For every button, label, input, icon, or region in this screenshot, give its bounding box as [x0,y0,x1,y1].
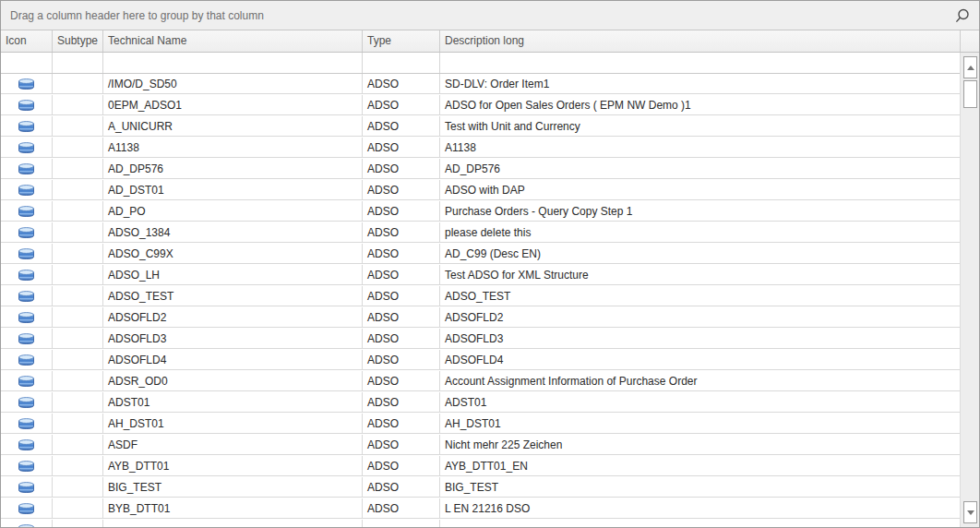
icon-cell [1,520,53,527]
type-cell: ADSO [363,74,440,94]
database-icon [18,121,34,132]
data-grid: Drag a column header here to group by th… [0,0,980,528]
subtype-cell [53,201,103,222]
subtype-cell [53,477,103,498]
database-icon [18,397,34,408]
technical-name-cell: AD_DP576 [103,159,363,179]
column-header-type[interactable]: Type [363,30,440,52]
description-cell: Test with Unit and Currency [440,116,961,137]
subtype-cell [53,180,103,200]
table-row[interactable]: ADSR_OD0 ADSO Account Assignment Informa… [1,371,961,392]
table-row[interactable]: ADSOFLD3 ADSO ADSOFLD3 [1,329,961,350]
technical-name-cell: ADSO_C99X [103,244,363,264]
type-cell: ADSO [363,477,440,498]
table-row[interactable]: ASDF ADSO Nicht mehr 225 Zeichen [1,435,961,456]
table-row[interactable]: A1138 ADSO A1138 [1,138,961,159]
technical-name-cell: AYB_DTT01 [103,456,363,476]
column-header-subtype[interactable]: Subtype [53,30,103,52]
column-header-icon[interactable]: Icon [1,30,53,52]
type-cell: ADSO [363,350,440,370]
subtype-cell [53,138,103,158]
technical-name-cell: A1138 [103,138,363,158]
type-cell: ADSO [363,435,440,455]
table-row[interactable]: AD_PO ADSO Purchase Orders - Query Copy … [1,201,961,222]
technical-name-cell: AD_DST01 [103,180,363,200]
column-header-description-long[interactable]: Description long [440,30,961,52]
technical-name-cell: ADSOFLD3 [103,329,363,349]
table-row[interactable]: /IMO/D_SD50 ADSO SD-DLV: Order Item1 [1,74,961,95]
description-cell: ADSOFLD4 [440,350,961,370]
table-row[interactable]: BYB_DTT01 ADSO L EN 21216 DSO [1,498,961,520]
subtype-cell [53,307,103,328]
technical-name-cell: BIG_TEST [103,477,363,498]
table-row[interactable]: BIG_TEST ADSO BIG_TEST [1,477,961,498]
icon-cell [1,329,53,349]
database-icon [18,354,34,366]
technical-name-cell: ADST01 [103,392,363,413]
scroll-down-button[interactable] [963,501,977,523]
technical-name-cell: ADSR_OD0 [103,371,363,391]
scrollbar-thumb[interactable] [963,80,977,108]
type-cell: ADSO [363,222,440,243]
table-row[interactable]: ADSO_TEST ADSO ADSO_TEST [1,286,961,307]
subtype-cell [53,286,103,306]
table-row[interactable]: ADSO_LH ADSO Test ADSO for XML Structure [1,265,961,286]
group-by-panel[interactable]: Drag a column header here to group by th… [1,1,979,30]
description-cell: ADST01 [440,392,961,413]
icon-cell [1,138,53,158]
table-row[interactable]: AD_DP576 ADSO AD_DP576 [1,159,961,180]
filter-cell-description-long[interactable] [440,53,961,73]
database-icon [18,333,34,344]
table-row[interactable]: ADSOFLD4 ADSO ADSOFLD4 [1,350,961,371]
magnifier-icon [953,7,971,25]
table-row[interactable]: ADSO_1384 ADSO please delete this [1,222,961,244]
filter-cell-type[interactable] [363,53,440,73]
table-row[interactable]: ADST01 ADSO ADST01 [1,392,961,414]
description-cell: ADSOFLD2 [440,307,961,328]
table-row[interactable]: A_UNICURR ADSO Test with Unit and Curren… [1,116,961,138]
subtype-cell [53,74,103,94]
table-row[interactable]: AD_DST01 ADSO ADSO with DAP [1,180,961,201]
table-row[interactable] [1,520,961,527]
subtype-cell [53,116,103,137]
description-cell: ADSOFLD3 [440,329,961,349]
type-cell: ADSO [363,159,440,179]
subtype-cell [53,414,103,434]
type-cell: ADSO [363,138,440,158]
type-cell: ADSO [363,498,440,519]
type-cell: ADSO [363,116,440,137]
technical-name-cell: BYB_DTT01 [103,498,363,519]
filter-cell-icon[interactable] [1,53,53,73]
table-row[interactable]: 0EPM_ADSO1 ADSO ADSO for Open Sales Orde… [1,95,961,116]
database-icon [18,376,34,387]
scroll-up-button[interactable] [963,56,977,78]
table-row[interactable]: ADSOFLD2 ADSO ADSOFLD2 [1,307,961,329]
table-row[interactable]: ADSO_C99X ADSO AD_C99 (Desc EN) [1,244,961,265]
technical-name-cell [103,520,363,527]
database-icon [18,312,34,323]
column-header-stub [961,30,979,52]
technical-name-cell: AD_PO [103,201,363,222]
type-cell: ADSO [363,392,440,413]
description-cell: ADSO for Open Sales Orders ( EPM NW Demo… [440,95,961,115]
filter-cell-technical-name[interactable] [103,53,363,73]
database-icon [18,227,34,238]
filter-cell-subtype[interactable] [53,53,103,73]
type-cell: ADSO [363,456,440,476]
icon-cell [1,286,53,306]
type-cell: ADSO [363,201,440,222]
vertical-scrollbar[interactable] [960,53,979,527]
icon-cell [1,414,53,434]
column-header-technical-name[interactable]: Technical Name [103,30,363,52]
description-cell: L EN 21216 DSO [440,498,961,519]
search-button[interactable] [950,5,974,27]
icon-cell [1,74,53,94]
technical-name-cell: AH_DST01 [103,414,363,434]
database-icon [18,142,34,153]
subtype-cell [53,371,103,391]
table-row[interactable]: AYB_DTT01 ADSO AYB_DTT01_EN [1,456,961,477]
database-icon [18,461,34,472]
type-cell [363,520,440,527]
table-row[interactable]: AH_DST01 ADSO AH_DST01 [1,414,961,435]
subtype-cell [53,222,103,243]
